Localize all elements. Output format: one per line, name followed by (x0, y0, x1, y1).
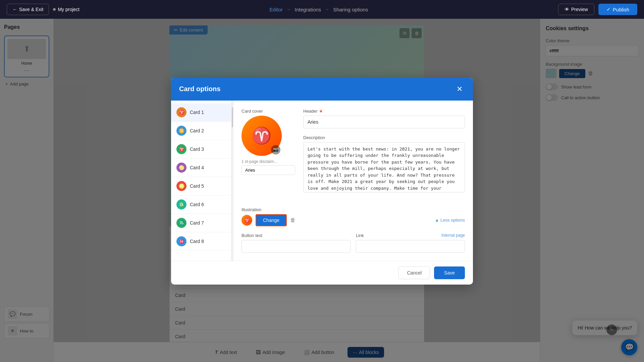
modal-card-item-8[interactable]: ♓ Card 8 (171, 232, 231, 251)
nav-step-integrations[interactable]: Integrations (295, 7, 321, 12)
nav-step-editor[interactable]: Editor (270, 7, 283, 12)
modal-card-item-4[interactable]: ♋ Card 4 (171, 159, 231, 177)
modal-card-item-3[interactable]: ♈ Card 3 (171, 140, 231, 159)
card-6-icon: ♎ (176, 199, 186, 209)
less-options-link[interactable]: ▲ Less options (435, 218, 465, 223)
modal-header: Card options ✕ (171, 78, 473, 101)
modal-footer: Cancel Save (171, 261, 473, 285)
nav-center: Editor → Integrations → Sharing options (270, 7, 368, 12)
modal-content-area: Card cover ♈ 📷 1 st-page disclaim... (233, 101, 473, 261)
card-cover-section: Card cover ♈ 📷 1 st-page disclaim... (241, 109, 295, 200)
modal-overlay[interactable]: Card options ✕ ♈ Card 1 ♊ Card 2 ♈ Card … (0, 0, 644, 362)
cover-header-row: Card cover ♈ 📷 1 st-page disclaim... (241, 109, 465, 200)
publish-button[interactable]: ✓ Publish (598, 4, 637, 15)
description-textarea[interactable]: Let's start with the best news: in 2021,… (303, 142, 465, 192)
card-cover-edit-button[interactable]: 📷 (271, 145, 280, 155)
card-cover-wrapper: ♈ 📷 (241, 116, 282, 156)
card-options-modal: Card options ✕ ♈ Card 1 ♊ Card 2 ♈ Card … (171, 78, 473, 285)
header-section: Header ★ (303, 109, 465, 128)
delete-illustration-button[interactable]: 🗑 (290, 217, 296, 223)
description-label: Description (303, 135, 465, 140)
disclaimer-label: 1 st-page disclaim... (241, 159, 295, 164)
card-5-icon: ♌ (176, 181, 186, 191)
button-text-section: Button text (241, 233, 351, 253)
project-name: My project (53, 7, 79, 12)
card-8-icon: ♓ (176, 236, 186, 246)
card-7-icon: ♏ (176, 218, 186, 228)
modal-card-item-1[interactable]: ♈ Card 1 (171, 103, 231, 122)
modal-card-item-7[interactable]: ♏ Card 7 (171, 214, 231, 232)
modal-card-item-6[interactable]: ♎ Card 6 (171, 195, 231, 214)
modal-close-button[interactable]: ✕ (454, 84, 465, 95)
link-label-row: Link Internal page (356, 233, 465, 238)
required-star: ★ (319, 109, 323, 114)
nav-right: 👁 Preview ✓ Publish (558, 4, 637, 15)
header-input[interactable] (303, 116, 465, 128)
disclaimer-input[interactable] (241, 165, 295, 175)
preview-button[interactable]: 👁 Preview (558, 4, 594, 15)
modal-card-list: ♈ Card 1 ♊ Card 2 ♈ Card 3 ♋ Card 4 ♌ (171, 101, 231, 261)
arrow-left-icon: ← (12, 7, 17, 12)
eye-icon: 👁 (565, 7, 569, 12)
card-4-icon: ♋ (176, 163, 186, 173)
check-icon: ✓ (606, 6, 611, 12)
less-options-container: ▲ Less options (299, 218, 465, 223)
header-desc-section: Header ★ Description Let's start with th… (303, 109, 465, 200)
modal-card-item-5[interactable]: ♌ Card 5 (171, 177, 231, 195)
card-cover-image: ♈ 📷 (241, 116, 282, 156)
button-text-label: Button text (241, 233, 351, 238)
scroll-thumb (232, 107, 233, 127)
change-illustration-button[interactable]: Change (256, 214, 287, 226)
illustration-section: Illustration ♈ Change 🗑 ▲ Less options (241, 207, 465, 226)
header-label: Header ★ (303, 109, 465, 114)
save-exit-label: Save & Exit (19, 7, 43, 12)
link-input[interactable] (356, 240, 465, 253)
card-1-icon: ♈ (176, 107, 186, 117)
chevron-up-icon: ▲ (435, 218, 439, 223)
modal-title: Card options (179, 85, 220, 93)
illustration-thumbnail: ♈ (241, 215, 252, 226)
button-text-input[interactable] (241, 240, 351, 253)
card-3-icon: ♈ (176, 144, 186, 154)
modal-card-item-2[interactable]: ♊ Card 2 (171, 122, 231, 140)
modal-body: ♈ Card 1 ♊ Card 2 ♈ Card 3 ♋ Card 4 ♌ (171, 101, 473, 261)
save-button[interactable]: Save (434, 266, 465, 279)
nav-arrow-2: → (325, 7, 329, 12)
card-2-icon: ♊ (176, 126, 186, 136)
cancel-button[interactable]: Cancel (398, 266, 430, 279)
nav-arrow-1: → (287, 7, 291, 12)
nav-left: ← Save & Exit My project (7, 4, 79, 15)
top-nav: ← Save & Exit My project Editor → Integr… (0, 0, 644, 19)
description-section: Description Let's start with the best ne… (303, 135, 465, 194)
illustration-row: ♈ Change 🗑 ▲ Less options (241, 214, 465, 226)
card-cover-label: Card cover (241, 109, 295, 114)
button-link-row: Button text Link Internal page (241, 233, 465, 253)
dot-icon (53, 8, 56, 11)
link-section: Link Internal page (356, 233, 465, 253)
nav-step-sharing[interactable]: Sharing options (333, 7, 368, 12)
save-exit-button[interactable]: ← Save & Exit (7, 4, 49, 15)
illustration-label: Illustration (241, 207, 465, 212)
internal-page-link[interactable]: Internal page (441, 233, 465, 238)
